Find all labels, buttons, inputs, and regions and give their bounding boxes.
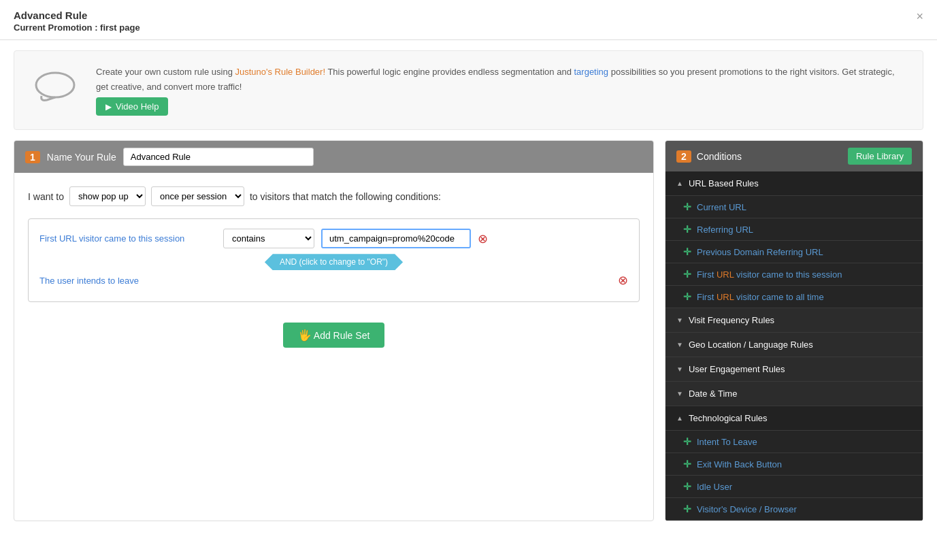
intent-label: The user intends to leave (39, 276, 139, 286)
rule-name-input[interactable] (123, 148, 314, 166)
cat-label-tech: Technological Rules (689, 413, 768, 423)
left-panel-header: 1 Name Your Rule (14, 141, 653, 173)
chat-icon (35, 70, 76, 110)
rule-set-box: First URL visitor came to this session c… (28, 218, 640, 302)
category-url-based[interactable]: ▲ URL Based Rules (665, 171, 923, 196)
cat-label-geo-lang: Geo Location / Language Rules (689, 340, 813, 350)
plus-icon-referring-url: ✛ (683, 224, 691, 235)
show-select[interactable]: show pop up hide pop up (69, 186, 146, 206)
subtitle-value: first page (100, 22, 140, 33)
plus-icon-device-browser: ✛ (683, 504, 691, 514)
plus-icon-exit-back: ✛ (683, 459, 691, 470)
rule-item-first-url-session[interactable]: ✛ First URL visitor came to this session (665, 263, 923, 286)
left-panel-body: I want to show pop up hide pop up once p… (14, 173, 653, 361)
right-panel: 2 Conditions Rule Library ▲ URL Based Ru… (665, 140, 923, 521)
rule-item-exit-back[interactable]: ✛ Exit With Back Button (665, 453, 923, 476)
chevron-user-eng: ▼ (676, 365, 683, 373)
cat-label-url: URL Based Rules (689, 178, 759, 188)
rule-label-idle-user: Idle User (697, 482, 732, 492)
rule-library-button[interactable]: Rule Library (848, 148, 912, 165)
category-date-time[interactable]: ▼ Date & Time (665, 382, 923, 406)
frequency-select[interactable]: once per session every visit once per da… (151, 186, 244, 206)
category-geo-lang[interactable]: ▼ Geo Location / Language Rules (665, 333, 923, 357)
conditions-label: Conditions (697, 151, 742, 162)
chevron-date-time: ▼ (676, 390, 683, 397)
remove-row1-button[interactable]: ⊗ (478, 233, 488, 245)
cat-label-visit-freq: Visit Frequency Rules (689, 315, 774, 325)
subtitle-prefix: Current Promotion : (14, 22, 100, 33)
intent-row: The user intends to leave ⊗ (39, 274, 628, 286)
category-user-eng[interactable]: ▼ User Engagement Rules (665, 357, 923, 382)
cat-label-date-time: Date & Time (689, 389, 738, 399)
right-panel-body: ▲ URL Based Rules ✛ Current URL ✛ Referr… (665, 171, 923, 521)
video-help-label: Video Help (116, 101, 159, 112)
and-badge-wrap[interactable]: AND (click to change to "OR") (265, 254, 403, 270)
category-tech-rules[interactable]: ▲ Technological Rules (665, 406, 923, 431)
add-icon: 🖐 (298, 329, 312, 341)
and-badge[interactable]: AND (click to change to "OR") (265, 254, 403, 270)
main-content: 1 Name Your Rule I want to show pop up h… (0, 140, 937, 535)
plus-icon-intent-leave: ✛ (683, 436, 691, 447)
right-header-left: 2 Conditions (676, 150, 742, 163)
info-targeting: targeting (574, 67, 608, 77)
rule-item-idle-user[interactable]: ✛ Idle User (665, 476, 923, 498)
rule-label-referring-url: Referring URL (697, 225, 753, 235)
rule-label-first-url-alltime: First URL visitor came to all time (697, 292, 824, 302)
plus-icon-current-url: ✛ (683, 201, 691, 212)
chevron-url-up: ▲ (676, 180, 683, 187)
video-help-button[interactable]: ▶ Video Help (96, 97, 168, 116)
svg-point-0 (36, 73, 74, 97)
modal-subtitle: Current Promotion : first page (14, 22, 923, 33)
url-highlight-session: URL (717, 269, 734, 280)
rule-sets: First URL visitor came to this session c… (28, 218, 640, 316)
add-rule-set-label: Add Rule Set (314, 330, 370, 341)
add-rule-set-container: 🖐 Add Rule Set (28, 323, 640, 348)
plus-icon-prev-domain: ✛ (683, 246, 691, 257)
play-icon: ▶ (105, 102, 112, 112)
operator-select[interactable]: contains does not contain equals starts … (223, 229, 314, 248)
url-value-input[interactable] (321, 229, 471, 248)
rule-label-intent-leave: Intent To Leave (697, 437, 757, 447)
step-badge-2: 2 (676, 150, 691, 163)
chevron-geo-lang: ▼ (676, 341, 683, 348)
step-badge-1: 1 (25, 151, 40, 163)
plus-icon-idle-user: ✛ (683, 481, 691, 492)
rule-label-current-url: Current URL (697, 202, 746, 212)
url-based-items: ✛ Current URL ✛ Referring URL ✛ Previous… (665, 196, 923, 308)
rule-row-2: The user intends to leave ⊗ (39, 274, 628, 286)
right-panel-header: 2 Conditions Rule Library (665, 141, 923, 171)
rule-row-1: First URL visitor came to this session c… (39, 229, 628, 248)
rule-label-first-url-session: First URL visitor came to this session (697, 269, 842, 280)
chevron-visit-freq: ▼ (676, 316, 683, 324)
rule-item-current-url[interactable]: ✛ Current URL (665, 196, 923, 218)
cat-label-user-eng: User Engagement Rules (689, 364, 785, 374)
modal-title: Advanced Rule (14, 10, 923, 21)
url-highlight-alltime: URL (717, 292, 734, 302)
rule-label-prev-domain: Previous Domain Referring URL (697, 247, 823, 257)
rule-item-referring-url[interactable]: ✛ Referring URL (665, 218, 923, 241)
info-justuno: Justuno's Rule Builder! (235, 67, 325, 77)
rule-item-prev-domain-url[interactable]: ✛ Previous Domain Referring URL (665, 241, 923, 263)
info-text: Create your own custom rule using Justun… (96, 65, 902, 116)
left-panel-header-label: Name Your Rule (47, 152, 116, 163)
info-banner: Create your own custom rule using Justun… (14, 50, 923, 130)
and-separator: AND (click to change to "OR") (39, 254, 628, 270)
add-rule-set-button[interactable]: 🖐 Add Rule Set (283, 323, 385, 348)
rule-item-first-url-all-time[interactable]: ✛ First URL visitor came to all time (665, 286, 923, 308)
left-panel: 1 Name Your Rule I want to show pop up h… (14, 140, 654, 521)
modal-header: Advanced Rule Current Promotion : first … (0, 0, 937, 40)
plus-icon-first-url-alltime: ✛ (683, 291, 691, 302)
rule-item-intent-leave[interactable]: ✛ Intent To Leave (665, 431, 923, 453)
info-text-part1b: This powerful logic engine provides endl… (325, 67, 574, 77)
info-text-part1: Create your own custom rule using (96, 67, 235, 77)
chevron-tech-up: ▲ (676, 414, 683, 422)
category-visit-freq[interactable]: ▼ Visit Frequency Rules (665, 308, 923, 333)
rule-label-exit-back: Exit With Back Button (697, 459, 782, 470)
rule-label-device-browser: Visitor's Device / Browser (697, 504, 797, 514)
plus-icon-first-url-session: ✛ (683, 269, 691, 280)
rule-row-1-label: First URL visitor came to this session (39, 233, 216, 244)
condition-sentence: I want to show pop up hide pop up once p… (28, 186, 640, 206)
remove-row2-button[interactable]: ⊗ (618, 274, 628, 286)
rule-item-device-browser[interactable]: ✛ Visitor's Device / Browser (665, 498, 923, 521)
close-button[interactable]: × (916, 10, 923, 24)
